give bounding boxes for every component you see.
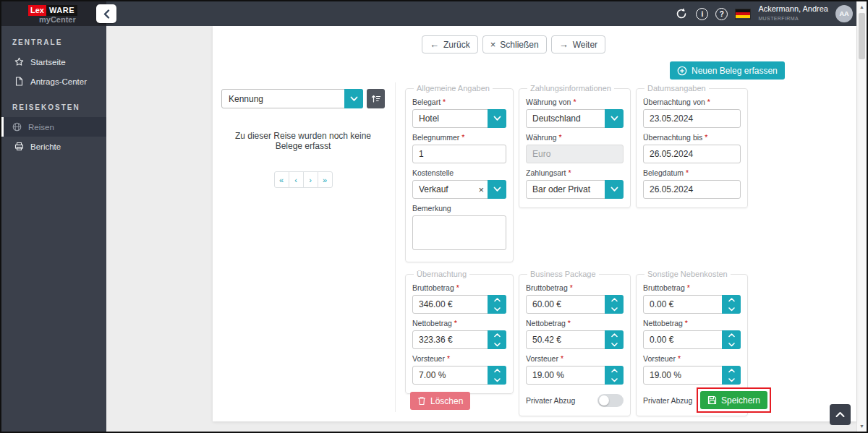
step-down-button[interactable] xyxy=(728,305,735,313)
help-icon[interactable]: ? xyxy=(715,8,728,20)
pagination-first[interactable]: « xyxy=(274,171,289,188)
step-up-button[interactable] xyxy=(494,331,501,339)
stepper-buttons xyxy=(722,366,741,385)
next-button[interactable]: → Weiter xyxy=(551,35,605,53)
uebernachtung-von-input[interactable] xyxy=(643,109,741,128)
sort-button[interactable] xyxy=(367,89,385,108)
sidebar-item-berichte[interactable]: Berichte xyxy=(1,137,106,156)
waehrung-wrap xyxy=(526,145,624,163)
chevron-up-icon xyxy=(611,369,618,373)
belegnummer-label: Belegnummer * xyxy=(412,133,506,142)
new-receipt-button[interactable]: Neuen Beleg erfassen xyxy=(670,61,785,80)
logo-wordmark: Lex WARE xyxy=(28,5,77,16)
step-down-button[interactable] xyxy=(611,376,618,384)
step-down-button[interactable] xyxy=(611,340,618,348)
pagination-next[interactable]: › xyxy=(303,171,318,188)
vertical-scrollbar[interactable]: ▲ ▼ xyxy=(856,1,867,432)
belegdatum-input[interactable] xyxy=(643,180,741,199)
page-background: ← Zurück × Schließen → Weiter xyxy=(106,26,856,432)
vorsteuer-label: Vorsteuer * xyxy=(412,354,506,363)
chevron-down-icon xyxy=(494,307,501,312)
netto-label: Nettobetrag * xyxy=(412,319,506,327)
scroll-to-top-button[interactable] xyxy=(830,404,851,425)
close-button[interactable]: × Schließen xyxy=(482,35,547,53)
step-up-button[interactable] xyxy=(494,296,501,304)
label-text: Zahlungsart xyxy=(526,168,566,177)
step-down-button[interactable] xyxy=(494,340,501,348)
step-down-button[interactable] xyxy=(611,305,618,313)
kennung-combo xyxy=(221,89,363,108)
required-marker: * xyxy=(568,168,571,177)
label-text: Belegnummer xyxy=(412,133,459,142)
required-marker: * xyxy=(454,319,457,327)
step-up-button[interactable] xyxy=(728,296,735,304)
uebernachtung-bis-label: Übernachtung bis * xyxy=(643,133,741,142)
waehrung-input xyxy=(526,145,624,163)
collapse-sidebar-button[interactable] xyxy=(96,4,116,23)
chevron-down-icon xyxy=(611,378,618,382)
belegart-dropdown-button[interactable] xyxy=(488,109,506,128)
step-up-button[interactable] xyxy=(611,296,618,304)
sidebar-item-reisen[interactable]: Reisen xyxy=(1,117,106,137)
label-text: Übernachtung von xyxy=(643,98,705,106)
pagination: « ‹ › » xyxy=(221,171,385,188)
chevron-down-icon xyxy=(493,187,501,192)
scrollbar-thumb[interactable] xyxy=(859,13,865,59)
next-label: Weiter xyxy=(573,40,597,50)
clear-icon[interactable]: × xyxy=(478,180,484,199)
required-marker: * xyxy=(568,319,571,327)
scrollbar-up-arrow[interactable]: ▲ xyxy=(857,4,867,9)
empty-receipts-message: Zu dieser Reise wurden noch keine Belege… xyxy=(221,131,385,151)
german-flag-icon[interactable] xyxy=(735,9,751,20)
belegnummer-wrap xyxy=(412,145,506,163)
sidebar-section-reisekosten: REISEKOSTEN xyxy=(1,91,106,117)
avatar[interactable]: AA xyxy=(835,5,853,22)
sidebar-item-antrags-center[interactable]: Antrags-Center xyxy=(1,72,106,91)
info-icon[interactable]: i xyxy=(696,8,708,20)
zahlungsart-dropdown-button[interactable] xyxy=(605,180,624,199)
panel-divider xyxy=(395,82,396,412)
step-up-button[interactable] xyxy=(494,366,501,374)
content-card: ← Zurück × Schließen → Weiter xyxy=(213,26,856,421)
chevron-up-icon xyxy=(728,298,735,302)
refresh-icon[interactable] xyxy=(674,7,689,21)
delete-button[interactable]: Löschen xyxy=(410,392,470,410)
waehrung-von-label: Währung von * xyxy=(526,98,624,106)
fieldset-legend: Allgemeine Angaben xyxy=(414,84,493,93)
privater-abzug-toggle[interactable] xyxy=(597,394,624,407)
pagination-last[interactable]: » xyxy=(318,171,333,188)
step-up-button[interactable] xyxy=(611,366,618,374)
pagination-prev[interactable]: ‹ xyxy=(289,171,304,188)
brutto-stepper xyxy=(526,295,624,314)
kennung-input[interactable] xyxy=(221,89,363,108)
belegnummer-input[interactable] xyxy=(412,145,506,163)
vorsteuer-label: Vorsteuer * xyxy=(526,354,624,363)
back-button[interactable]: ← Zurück xyxy=(422,35,478,53)
chevron-up-icon xyxy=(611,298,618,302)
step-up-button[interactable] xyxy=(728,331,735,339)
waehrung-von-dropdown-button[interactable] xyxy=(605,109,624,128)
printer-icon xyxy=(14,142,24,151)
step-down-button[interactable] xyxy=(494,305,501,313)
kostenstelle-combo: × xyxy=(412,180,506,199)
scrollbar-down-arrow[interactable]: ▼ xyxy=(857,424,867,429)
sidebar-item-startseite[interactable]: Startseite xyxy=(1,52,106,72)
step-down-button[interactable] xyxy=(728,340,735,348)
step-up-button[interactable] xyxy=(728,366,735,374)
bemerkung-textarea[interactable] xyxy=(412,215,506,250)
save-button[interactable]: Speichern xyxy=(700,391,767,409)
chevron-down-icon xyxy=(350,96,358,102)
kostenstelle-dropdown-button[interactable] xyxy=(488,180,506,199)
vorsteuer-stepper xyxy=(412,366,506,385)
uebernachtung-bis-input[interactable] xyxy=(643,145,741,163)
kennung-dropdown-button[interactable] xyxy=(344,89,363,108)
user-info[interactable]: Ackermann, Andrea MUSTERFIRMA xyxy=(758,5,828,22)
chevron-down-icon xyxy=(493,116,501,121)
stepper-buttons xyxy=(488,295,506,314)
step-down-button[interactable] xyxy=(494,376,501,384)
label-text: Währung xyxy=(526,133,557,142)
refresh-glyph xyxy=(675,7,688,20)
step-up-button[interactable] xyxy=(611,331,618,339)
sort-amount-icon xyxy=(371,94,380,103)
step-down-button[interactable] xyxy=(728,376,735,384)
